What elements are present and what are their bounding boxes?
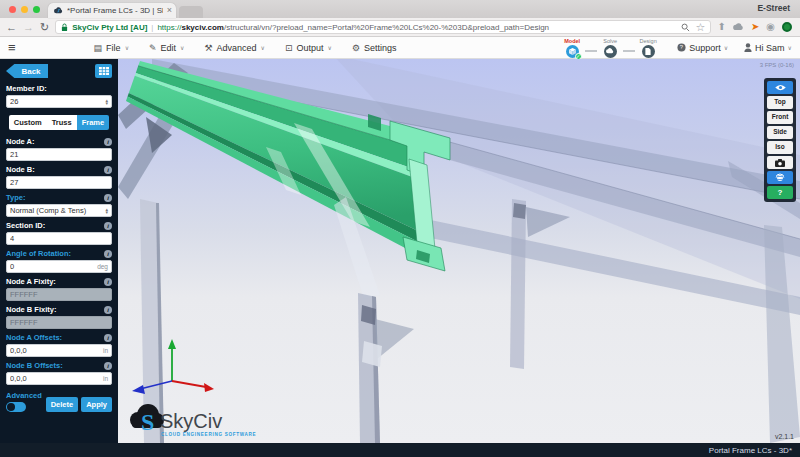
toggle-knob (7, 403, 15, 411)
model-step-icon[interactable]: ✓ (566, 45, 579, 58)
node-a-input[interactable]: 21 (6, 148, 112, 161)
stepper-line (623, 50, 635, 52)
advanced-toggle[interactable] (6, 402, 26, 412)
hamburger-menu-icon[interactable]: ≡ (8, 40, 16, 55)
support-menu[interactable]: ? Support∨ (677, 43, 728, 53)
fps-counter: 3 FPS (0-16) (760, 62, 794, 68)
menu-output[interactable]: ⊡Output∨ (285, 43, 332, 53)
menu-advanced[interactable]: ⚒Advanced∨ (205, 43, 266, 53)
extension-icons: ⬆ ➤ ◉ (717, 22, 794, 32)
view-top-button[interactable]: Top (767, 96, 793, 109)
skyciv-favicon-icon (54, 7, 63, 14)
angle-of-rotation-input[interactable]: 0deg (6, 260, 112, 273)
spinner-icon[interactable]: ▴▾ (105, 99, 108, 105)
browser-tab[interactable]: *Portal Frame LCs - 3D | SkyC × (48, 3, 176, 18)
menu-file[interactable]: ▤File∨ (94, 43, 129, 53)
spinner-icon[interactable]: ▴▾ (105, 208, 108, 214)
step-design[interactable]: Design (635, 38, 661, 58)
tab-truss[interactable]: Truss (47, 115, 77, 130)
close-window-icon[interactable] (9, 6, 16, 13)
browser-back-icon[interactable]: ← (6, 22, 17, 33)
bookmark-star-icon[interactable]: ☆ (696, 22, 706, 33)
step-model[interactable]: Model ✓ (559, 38, 585, 58)
model-viewport[interactable]: S SkyCiv CLOUD ENGINEERING SOFTWARE 3 FP… (118, 59, 800, 443)
node-b-fixity-label: Node B Fixity: (6, 305, 56, 314)
watermark-name: SkyCiv (160, 410, 222, 432)
user-menu[interactable]: Hi Sam∨ (744, 43, 792, 53)
help-button[interactable]: ? (767, 186, 793, 199)
node-a-fixity-label: Node A Fixity: (6, 277, 56, 286)
url-divider: | (151, 23, 153, 32)
info-icon[interactable]: i (104, 334, 112, 342)
table-icon (99, 67, 109, 75)
node-b-input[interactable]: 27 (6, 176, 112, 189)
workflow-stepper: Model ✓ Solve Design (559, 38, 661, 58)
file-icon: ▤ (94, 43, 103, 53)
browser-forward-icon[interactable]: → (23, 22, 34, 33)
extension-cloud-icon[interactable] (733, 23, 744, 31)
menu-settings[interactable]: ⚙Settings (352, 43, 397, 53)
info-icon[interactable]: i (104, 306, 112, 314)
info-icon[interactable]: i (104, 278, 112, 286)
info-icon[interactable]: i (104, 222, 112, 230)
orbit-button[interactable] (767, 171, 793, 184)
tab-custom[interactable]: Custom (9, 115, 47, 130)
member-properties-panel: Back Member ID: 26 ▴▾ Custom Truss Frame… (0, 59, 118, 443)
node-a-offsets-label: Node A Offsets: (6, 333, 62, 342)
zoom-window-icon[interactable] (33, 6, 40, 13)
background-tab[interactable] (179, 6, 203, 18)
person-icon (744, 43, 752, 52)
info-icon[interactable]: i (104, 166, 112, 174)
extension-circle-icon[interactable]: ◉ (766, 22, 775, 32)
extension-upload-icon[interactable]: ⬆ (717, 22, 725, 32)
view-side-button[interactable]: Side (767, 126, 793, 139)
search-icon[interactable] (681, 23, 690, 32)
view-iso-button[interactable]: Iso (767, 141, 793, 154)
extension-pointer-icon[interactable]: ➤ (751, 22, 759, 32)
section-id-input[interactable]: 4 (6, 232, 112, 245)
chevron-down-icon: ∨ (328, 44, 332, 51)
chrome-profile-name[interactable]: E-Street (757, 3, 790, 13)
address-bar[interactable]: SkyCiv Pty Ltd [AU] | https://skyciv.com… (55, 20, 711, 34)
view-front-button[interactable]: Front (767, 111, 793, 124)
visibility-button[interactable] (767, 81, 793, 94)
datasheet-grid-icon[interactable] (95, 64, 112, 78)
node-b-fixity-input: FFFFFF (6, 316, 112, 329)
tab-close-icon[interactable]: × (167, 6, 172, 15)
chevron-down-icon: ∨ (788, 44, 792, 51)
info-icon[interactable]: i (104, 250, 112, 258)
browser-reload-icon[interactable]: ↻ (40, 22, 49, 33)
design-step-icon[interactable] (642, 45, 655, 58)
info-icon[interactable]: i (104, 194, 112, 202)
apply-button[interactable]: Apply (81, 397, 112, 412)
gear-icon: ⚙ (352, 43, 360, 53)
menu-edit[interactable]: ✎Edit∨ (149, 43, 184, 53)
info-icon[interactable]: i (104, 362, 112, 370)
type-select[interactable]: Normal (Comp & Tens)▴▾ (6, 204, 112, 217)
tab-frame[interactable]: Frame (77, 115, 110, 130)
back-button[interactable]: Back (6, 64, 48, 78)
project-title: Portal Frame LCs - 3D* (709, 446, 792, 455)
back-column (510, 199, 526, 369)
node-b-offsets-input[interactable]: 0,0,0in (6, 372, 112, 385)
screenshot-button[interactable] (767, 156, 793, 169)
node-b-offsets-label: Node B Offsets: (6, 361, 63, 370)
minimize-window-icon[interactable] (21, 6, 28, 13)
url-path: /structural/vn/?preload_name=Portal%20Fr… (224, 23, 549, 32)
chevron-down-icon: ∨ (724, 44, 728, 51)
node-a-offsets-input[interactable]: 0,0,0in (6, 344, 112, 357)
section-id-label: Section ID: (6, 221, 45, 230)
node-a-fixity-input: FFFFFF (6, 288, 112, 301)
node-a-label: Node A: (6, 137, 34, 146)
solve-step-icon[interactable] (604, 45, 617, 58)
chevron-down-icon: ∨ (261, 44, 265, 51)
node-b-label: Node B: (6, 165, 35, 174)
document-icon (645, 48, 651, 55)
type-label: Type: (6, 193, 25, 202)
info-icon[interactable]: i (104, 138, 112, 146)
step-solve[interactable]: Solve (597, 38, 623, 58)
app-version: v2.1.1 (775, 433, 794, 440)
delete-button[interactable]: Delete (46, 397, 79, 412)
member-id-select[interactable]: 26 ▴▾ (6, 95, 112, 108)
extension-green-icon[interactable] (782, 22, 792, 32)
